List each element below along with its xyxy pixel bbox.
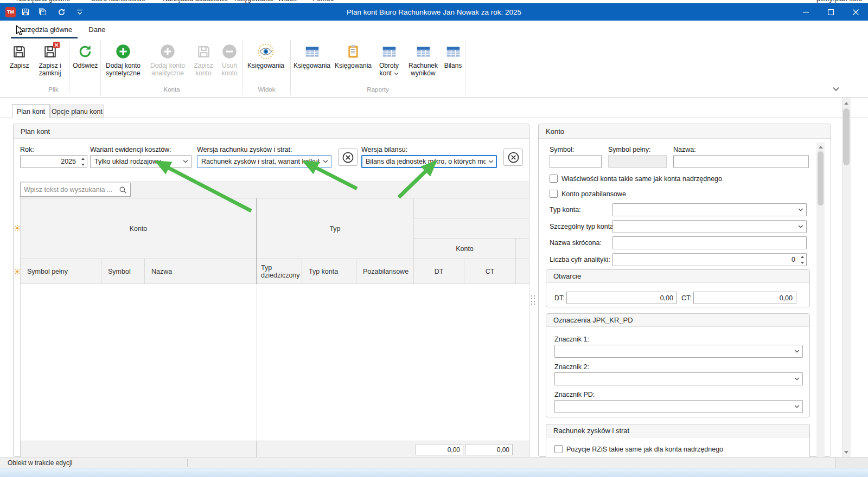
typ-konta-select[interactable] <box>612 203 807 216</box>
dodaj-konto-syntetyczne-button[interactable]: Dodaj konto syntetyczne <box>101 40 145 86</box>
spin-down-icon[interactable] <box>798 260 806 266</box>
otwarcie-ct-input[interactable] <box>693 292 796 304</box>
spin-up-icon[interactable] <box>79 156 87 162</box>
minimize-button[interactable] <box>793 3 818 21</box>
obroty-kont-button[interactable]: Obroty kont <box>373 40 405 86</box>
save-icon[interactable] <box>18 5 33 19</box>
save-icon <box>195 43 212 60</box>
wersja-rzis-select[interactable]: Rachunek zysków i strat, wariant kalkula… <box>197 155 331 168</box>
refresh-icon[interactable] <box>54 5 68 19</box>
column-header-typ-konta[interactable]: Typ konta <box>302 259 356 284</box>
background-window-text: pełny/plan kont <box>816 0 862 3</box>
column-header-symbol-pelny[interactable]: Symbol pełny <box>20 259 101 284</box>
column-header-dt[interactable]: DT <box>414 259 464 284</box>
column-header-nazwa[interactable]: Nazwa <box>145 259 257 284</box>
liczba-cyfr-input[interactable] <box>612 253 807 266</box>
ribbon-group-label: Raporty <box>291 86 465 93</box>
grid-search-box[interactable] <box>20 183 131 197</box>
column-band-konto[interactable]: Konto <box>20 198 257 259</box>
ribbon-tab-strip: Narzędzia główne Dane <box>0 21 868 38</box>
collapse-ribbon-button[interactable] <box>832 85 840 93</box>
szczegolny-typ-select[interactable] <box>612 220 807 233</box>
wersja-bilansu-select[interactable]: Bilans dla jednostek mikro, o których mo… <box>361 155 497 168</box>
usun-konto-button[interactable]: Usuń konto <box>217 40 242 86</box>
spin-up-icon[interactable] <box>798 254 806 260</box>
column-header-empty[interactable] <box>516 259 529 284</box>
button-label: Zapisz <box>7 62 32 69</box>
konto-scrollbar-up-button[interactable] <box>816 144 825 150</box>
konto-panel-title: Konto <box>539 124 831 139</box>
panel-splitter-grip[interactable] <box>531 295 535 305</box>
ksiegowania-raport-button[interactable]: Księgowania <box>291 40 333 86</box>
frozen-column-divider <box>257 198 257 284</box>
ribbon-tab-dane[interactable]: Dane <box>83 22 111 38</box>
column-band-empty[interactable] <box>516 238 529 259</box>
chevron-down-icon <box>798 225 803 229</box>
znacznik-pd-select[interactable] <box>554 400 803 413</box>
search-input[interactable] <box>21 186 119 194</box>
rok-input[interactable] <box>20 155 87 168</box>
column-header-symbol[interactable]: Symbol <box>101 259 145 284</box>
column-band-empty[interactable] <box>414 218 529 238</box>
dodaj-konto-analityczne-button[interactable]: Dodaj konto analityczne <box>145 40 190 86</box>
document-tab-plan-kont[interactable]: Plan kont <box>12 104 50 118</box>
grid-body[interactable] <box>20 284 529 441</box>
wlasciwosci-checkbox[interactable] <box>550 175 558 183</box>
frozen-column-divider <box>257 441 257 457</box>
odswiez-button[interactable]: Odśwież <box>71 40 100 86</box>
nazwa-skrocona-input[interactable] <box>612 236 807 249</box>
button-label: Dodaj konto syntetyczne <box>101 62 145 77</box>
symbol-input[interactable] <box>550 155 602 168</box>
rachunek-wynikow-button[interactable]: Rachunek wyników <box>405 40 442 86</box>
chevron-down-icon <box>794 405 800 409</box>
rok-spinner[interactable] <box>20 155 87 168</box>
otwarcie-dt-input[interactable] <box>566 292 677 304</box>
spinner-buttons[interactable] <box>79 156 87 167</box>
znacznik2-select[interactable] <box>554 372 803 385</box>
column-band-typ[interactable]: Typ <box>257 198 414 259</box>
wariant-ewidencji-select[interactable]: Tylko układ rodzajowy <box>90 155 192 168</box>
ribbon: Zapisz Zapisz i zamknij Odśwież Plik Dod… <box>0 38 868 98</box>
toolbar-separator <box>69 42 69 93</box>
save-all-icon[interactable] <box>35 5 49 19</box>
footer-sum-ct: 0,00 <box>465 444 513 455</box>
clipboard-icon <box>344 43 362 60</box>
znacznik1-select[interactable] <box>554 345 803 358</box>
pozabilansowe-checkbox[interactable] <box>550 190 558 198</box>
pozycje-rzis-checkbox[interactable] <box>554 445 563 453</box>
column-band-konto-right[interactable]: Konto <box>414 238 516 259</box>
znacznik-pd-label: Znacznik PD: <box>554 391 595 398</box>
column-header-ct[interactable]: CT <box>464 259 516 284</box>
ribbon-group-widok: Księgowania Widok <box>243 40 291 95</box>
button-label: Zapisz konto <box>190 62 217 77</box>
symbol-pelny-input[interactable] <box>608 155 667 168</box>
clear-rzis-button[interactable] <box>338 149 358 166</box>
customize-quick-access-icon[interactable] <box>73 5 87 19</box>
window-title: Plan kont Biuro Rachunkowe Jan Nowak za … <box>108 8 760 16</box>
clear-bilans-button[interactable] <box>503 149 523 166</box>
ksiegowania-widok-button[interactable]: Księgowania <box>243 40 289 86</box>
zapisz-i-zamknij-button[interactable]: Zapisz i zamknij <box>32 40 67 86</box>
column-header-typ-dziedziczony[interactable]: Typ dziedziczony <box>257 259 302 284</box>
close-button[interactable] <box>843 3 868 21</box>
button-label: Księgowania <box>333 62 373 69</box>
document-tab-opcje-planu-kont[interactable]: Opcje planu kont <box>50 105 104 118</box>
spin-down-icon[interactable] <box>79 162 87 167</box>
liczba-cyfr-spinner[interactable] <box>612 253 807 266</box>
column-band-empty[interactable] <box>414 198 529 218</box>
nazwa-input[interactable] <box>673 155 809 168</box>
rzis-title: Rachunek zysków i strat <box>546 424 809 437</box>
zapisz-konto-button[interactable]: Zapisz konto <box>190 40 217 86</box>
save-icon <box>11 43 28 60</box>
main-scrollbar-thumb[interactable] <box>843 108 850 165</box>
maximize-button[interactable] <box>818 3 843 21</box>
zapisz-button[interactable]: Zapisz <box>7 40 32 86</box>
main-scrollbar-up-button[interactable] <box>842 100 851 106</box>
main-scrollbar-down-button[interactable] <box>842 449 851 455</box>
konto-scrollbar-thumb[interactable] <box>818 151 824 205</box>
refresh-icon <box>76 43 94 60</box>
bilans-button[interactable]: Bilans <box>442 40 464 86</box>
spinner-buttons[interactable] <box>798 254 806 266</box>
ksiegowania-clipboard-button[interactable]: Księgowania <box>333 40 373 86</box>
column-header-pozabilansowe[interactable]: Pozabilansowe <box>356 259 414 284</box>
